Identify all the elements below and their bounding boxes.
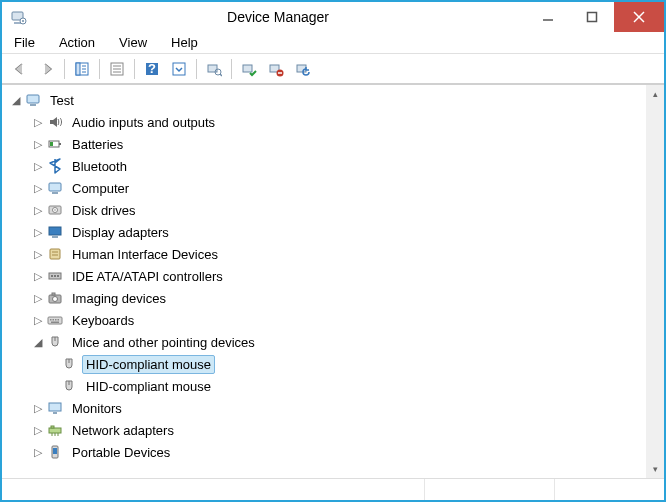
nav-forward-button[interactable] <box>35 57 59 81</box>
expand-icon[interactable]: ▷ <box>32 182 44 194</box>
menu-help[interactable]: Help <box>167 33 202 52</box>
svg-rect-27 <box>27 95 39 103</box>
show-hide-tree-button[interactable] <box>70 57 94 81</box>
expand-icon[interactable]: ▷ <box>32 160 44 172</box>
window-controls <box>526 2 664 32</box>
tree-device[interactable]: HID-compliant mouse <box>2 353 646 375</box>
svg-rect-33 <box>52 192 58 194</box>
tree-label: Portable Devices <box>68 443 174 462</box>
status-pane <box>424 479 554 500</box>
tree-label: Disk drives <box>68 201 140 220</box>
computer-icon <box>46 179 64 197</box>
enable-device-button[interactable] <box>237 57 261 81</box>
svg-point-36 <box>54 209 56 211</box>
tree-category[interactable]: ▷ Imaging devices <box>2 287 646 309</box>
computer-icon <box>24 91 42 109</box>
tree-category[interactable]: ▷ Human Interface Devices <box>2 243 646 265</box>
speaker-icon <box>46 113 64 131</box>
tree-category[interactable]: ▷ Batteries <box>2 133 646 155</box>
svg-rect-60 <box>49 428 61 433</box>
tree-label: Keyboards <box>68 311 138 330</box>
bluetooth-icon <box>46 157 64 175</box>
expand-icon[interactable]: ▷ <box>32 424 44 436</box>
tree-category[interactable]: ▷ Monitors <box>2 397 646 419</box>
scroll-up-button[interactable]: ▴ <box>646 85 664 103</box>
status-pane <box>554 479 664 500</box>
display-icon <box>46 223 64 241</box>
expand-icon[interactable]: ▷ <box>32 226 44 238</box>
camera-icon <box>46 289 64 307</box>
svg-rect-39 <box>50 249 60 259</box>
disable-device-button[interactable] <box>264 57 288 81</box>
menu-file[interactable]: File <box>10 33 39 52</box>
expand-icon[interactable]: ▷ <box>32 204 44 216</box>
tree-category[interactable]: ▷ Keyboards <box>2 309 646 331</box>
monitor-icon <box>46 399 64 417</box>
menu-action[interactable]: Action <box>55 33 99 52</box>
expand-icon[interactable]: ▷ <box>32 138 44 150</box>
svg-rect-18 <box>173 63 185 75</box>
svg-rect-45 <box>57 275 59 277</box>
tree-label: Monitors <box>68 399 126 418</box>
help-button[interactable]: ? <box>140 57 164 81</box>
tree-root[interactable]: ◢ Test <box>2 89 646 111</box>
svg-rect-52 <box>55 319 57 321</box>
tree-device[interactable]: HID-compliant mouse <box>2 375 646 397</box>
tree-label: HID-compliant mouse <box>82 377 215 396</box>
minimize-button[interactable] <box>526 2 570 32</box>
tree-category[interactable]: ▷ Display adapters <box>2 221 646 243</box>
svg-rect-8 <box>76 63 80 75</box>
expand-icon[interactable]: ▷ <box>32 116 44 128</box>
toolbar: ? <box>2 54 664 84</box>
tree-label: Display adapters <box>68 223 173 242</box>
expand-icon[interactable]: ▷ <box>32 248 44 260</box>
expand-icon[interactable]: ▷ <box>32 446 44 458</box>
svg-text:?: ? <box>148 61 156 76</box>
tree-category[interactable]: ▷ Audio inputs and outputs <box>2 111 646 133</box>
collapse-icon[interactable]: ◢ <box>10 94 22 106</box>
tree-category[interactable]: ▷ Computer <box>2 177 646 199</box>
properties-button[interactable] <box>105 57 129 81</box>
tree-category[interactable]: ▷ Disk drives <box>2 199 646 221</box>
tree-category[interactable]: ▷ IDE ATA/ATAPI controllers <box>2 265 646 287</box>
tree-category[interactable]: ▷ Bluetooth <box>2 155 646 177</box>
tree-label: Human Interface Devices <box>68 245 222 264</box>
device-tree[interactable]: ◢ Test ▷ Audio inputs and outputs ▷ Batt… <box>2 85 646 478</box>
svg-rect-4 <box>588 13 597 22</box>
collapse-icon[interactable]: ◢ <box>32 336 44 348</box>
close-button[interactable] <box>614 2 664 32</box>
maximize-button[interactable] <box>570 2 614 32</box>
scroll-down-button[interactable]: ▾ <box>646 460 664 478</box>
menu-view[interactable]: View <box>115 33 151 52</box>
vertical-scrollbar[interactable]: ▴ ▾ <box>646 85 664 478</box>
tree-category[interactable]: ▷ Network adapters <box>2 419 646 441</box>
svg-rect-51 <box>53 319 55 321</box>
svg-rect-30 <box>59 143 61 145</box>
tree-label: Audio inputs and outputs <box>68 113 219 132</box>
svg-rect-43 <box>51 275 53 277</box>
window-title: Device Manager <box>30 9 526 25</box>
svg-line-21 <box>220 74 222 76</box>
expand-icon[interactable]: ▷ <box>32 270 44 282</box>
svg-rect-32 <box>49 183 61 191</box>
tree-label: Computer <box>68 179 133 198</box>
expand-icon[interactable]: ▷ <box>32 402 44 414</box>
svg-rect-58 <box>49 403 61 411</box>
titlebar: Device Manager <box>2 2 664 32</box>
toolbar-separator <box>231 59 232 79</box>
expand-icon[interactable]: ▷ <box>32 292 44 304</box>
nav-back-button[interactable] <box>8 57 32 81</box>
svg-point-47 <box>53 297 58 302</box>
ide-icon <box>46 267 64 285</box>
mouse-icon <box>46 333 64 351</box>
svg-rect-59 <box>53 412 57 414</box>
svg-rect-28 <box>30 104 36 106</box>
keyboard-icon <box>46 311 64 329</box>
statusbar <box>2 478 664 500</box>
tree-category[interactable]: ▷ Portable Devices <box>2 441 646 463</box>
tree-category[interactable]: ◢ Mice and other pointing devices <box>2 331 646 353</box>
scan-hardware-button[interactable] <box>202 57 226 81</box>
uninstall-button[interactable] <box>291 57 315 81</box>
action-button[interactable] <box>167 57 191 81</box>
expand-icon[interactable]: ▷ <box>32 314 44 326</box>
